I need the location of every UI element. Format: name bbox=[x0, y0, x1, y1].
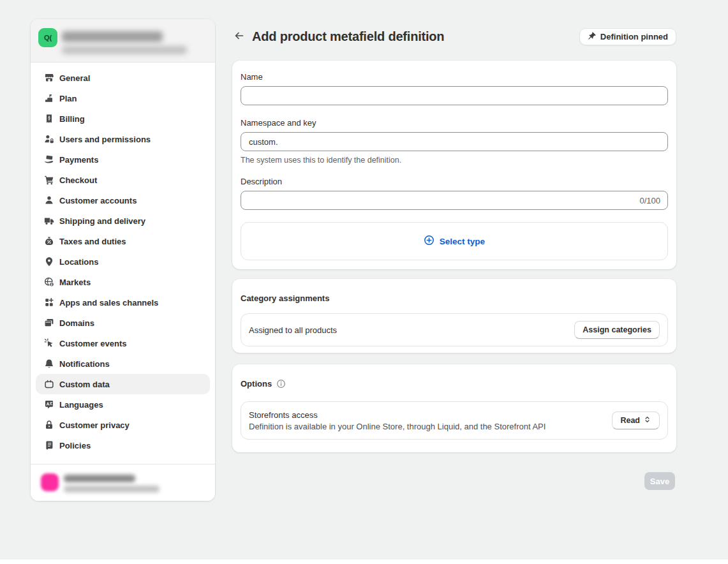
sidebar-item-payments[interactable]: Payments bbox=[36, 149, 210, 170]
main-content: Add product metafield definition Definit… bbox=[232, 0, 676, 564]
sidebar-item-label: Policies bbox=[59, 441, 91, 450]
storefronts-access-text: Storefronts access Definition is availab… bbox=[249, 410, 546, 431]
storefront-icon bbox=[43, 73, 54, 84]
sidebar-item-plan[interactable]: Plan bbox=[36, 88, 210, 108]
policies-icon bbox=[43, 440, 54, 451]
store-avatar: Q( bbox=[38, 28, 57, 47]
checkout-cart-icon bbox=[43, 175, 54, 186]
category-assignments-heading: Category assignments bbox=[241, 293, 668, 303]
category-assignments-card: Category assignments Assigned to all pro… bbox=[232, 279, 676, 353]
sidebar-item-label: Customer events bbox=[59, 339, 126, 348]
store-name-redacted bbox=[62, 31, 163, 42]
sidebar-item-label: Customer privacy bbox=[59, 420, 130, 430]
sidebar-item-label: Notifications bbox=[59, 359, 110, 369]
plan-icon bbox=[43, 93, 54, 104]
namespace-key-input[interactable] bbox=[241, 132, 668, 151]
markets-globe-icon bbox=[43, 277, 54, 288]
options-title: Options bbox=[241, 379, 272, 389]
sidebar-item-users-and-permissions[interactable]: Users and permissions bbox=[36, 129, 210, 149]
bottom-strip bbox=[0, 560, 728, 564]
sidebar-item-policies[interactable]: Policies bbox=[36, 435, 210, 456]
customer-accounts-icon bbox=[43, 195, 54, 206]
description-field: 0/100 bbox=[241, 191, 668, 210]
sidebar-item-label: Plan bbox=[59, 94, 77, 103]
storefronts-access-row: Storefronts access Definition is availab… bbox=[241, 401, 668, 440]
definition-pinned-label: Definition pinned bbox=[600, 32, 668, 41]
sidebar-item-general[interactable]: General bbox=[36, 68, 210, 88]
assign-categories-button[interactable]: Assign categories bbox=[574, 321, 660, 339]
description-char-counter: 0/100 bbox=[639, 191, 660, 210]
definition-pinned-button[interactable]: Definition pinned bbox=[579, 28, 676, 45]
sidebar-item-label: Users and permissions bbox=[59, 135, 151, 144]
languages-icon bbox=[43, 399, 54, 410]
storefronts-access-select[interactable]: Read bbox=[612, 412, 660, 429]
assign-categories-label: Assign categories bbox=[583, 325, 651, 334]
description-label: Description bbox=[241, 177, 668, 187]
sidebar-item-label: Taxes and duties bbox=[59, 237, 126, 246]
sidebar-item-label: Domains bbox=[59, 318, 94, 328]
billing-icon bbox=[43, 114, 54, 124]
sidebar-item-label: Billing bbox=[59, 114, 85, 124]
customer-events-icon bbox=[43, 338, 54, 349]
circle-plus-icon bbox=[424, 235, 435, 248]
select-type-area: Select type bbox=[241, 222, 668, 260]
payments-icon bbox=[43, 154, 54, 165]
pin-icon bbox=[588, 31, 597, 42]
store-header: Q( bbox=[31, 19, 215, 63]
store-domain-redacted bbox=[62, 46, 187, 54]
domains-icon bbox=[43, 318, 54, 329]
sidebar-item-apps-and-sales-channels[interactable]: Apps and sales channels bbox=[36, 292, 210, 313]
sidebar-item-notifications[interactable]: Notifications bbox=[36, 353, 210, 374]
sidebar-item-billing[interactable]: Billing bbox=[36, 108, 210, 129]
sidebar-item-label: Markets bbox=[59, 278, 91, 287]
sidebar-item-customer-events[interactable]: Customer events bbox=[36, 333, 210, 353]
sidebar-item-checkout[interactable]: Checkout bbox=[36, 170, 210, 190]
sidebar-item-taxes-and-duties[interactable]: Taxes and duties bbox=[36, 231, 210, 251]
users-permissions-icon bbox=[43, 134, 54, 145]
page-title: Add product metafield definition bbox=[252, 29, 444, 44]
user-name-redacted bbox=[64, 475, 135, 482]
locations-pin-icon bbox=[43, 256, 54, 267]
sidebar-item-locations[interactable]: Locations bbox=[36, 251, 210, 272]
user-footer[interactable] bbox=[31, 464, 215, 501]
sidebar-item-label: Customer accounts bbox=[59, 196, 137, 205]
settings-nav: GeneralPlanBillingUsers and permissionsP… bbox=[31, 63, 215, 461]
back-button[interactable] bbox=[232, 29, 246, 43]
sidebar-item-label: Apps and sales channels bbox=[59, 298, 158, 308]
options-card: Options Storefronts access Definition is… bbox=[232, 364, 676, 452]
user-email-redacted bbox=[64, 486, 160, 493]
category-status-text: Assigned to all products bbox=[249, 325, 337, 335]
taxes-icon bbox=[43, 236, 54, 247]
sidebar-item-customer-accounts[interactable]: Customer accounts bbox=[36, 190, 210, 211]
sidebar-item-customer-privacy[interactable]: Customer privacy bbox=[36, 415, 210, 435]
namespace-key-label: Namespace and key bbox=[241, 118, 668, 128]
page-header: Add product metafield definition Definit… bbox=[232, 27, 676, 45]
name-input[interactable] bbox=[241, 86, 668, 105]
sidebar-item-label: Payments bbox=[59, 155, 98, 165]
notifications-bell-icon bbox=[43, 359, 54, 369]
sidebar-item-label: Shipping and delivery bbox=[59, 216, 145, 226]
sidebar-item-label: Locations bbox=[59, 257, 98, 267]
sidebar-item-label: General bbox=[59, 73, 90, 83]
sidebar-item-custom-data[interactable]: Custom data bbox=[36, 374, 210, 394]
storefronts-access-value: Read bbox=[620, 416, 640, 425]
privacy-lock-icon bbox=[43, 420, 54, 431]
sidebar-item-domains[interactable]: Domains bbox=[36, 313, 210, 333]
sidebar-item-languages[interactable]: Languages bbox=[36, 394, 210, 415]
back-arrow-icon bbox=[234, 31, 244, 43]
save-button[interactable]: Save bbox=[644, 472, 675, 490]
description-input[interactable] bbox=[241, 191, 668, 210]
select-type-button[interactable]: Select type bbox=[424, 235, 485, 248]
settings-sidebar: Q( GeneralPlanBillingUsers and permissio… bbox=[31, 19, 215, 501]
sidebar-item-shipping-and-delivery[interactable]: Shipping and delivery bbox=[36, 211, 210, 231]
sidebar-item-label: Custom data bbox=[59, 380, 110, 389]
storefronts-access-title: Storefronts access bbox=[249, 410, 546, 420]
info-icon[interactable] bbox=[276, 379, 286, 389]
sidebar-item-markets[interactable]: Markets bbox=[36, 272, 210, 292]
sidebar-item-label: Languages bbox=[59, 400, 103, 410]
chevron-updown-icon bbox=[643, 415, 651, 426]
storefronts-access-description: Definition is available in your Online S… bbox=[249, 422, 546, 431]
category-assignment-row: Assigned to all products Assign categori… bbox=[241, 313, 668, 346]
user-avatar bbox=[41, 473, 59, 491]
sidebar-item-label: Checkout bbox=[59, 175, 97, 185]
